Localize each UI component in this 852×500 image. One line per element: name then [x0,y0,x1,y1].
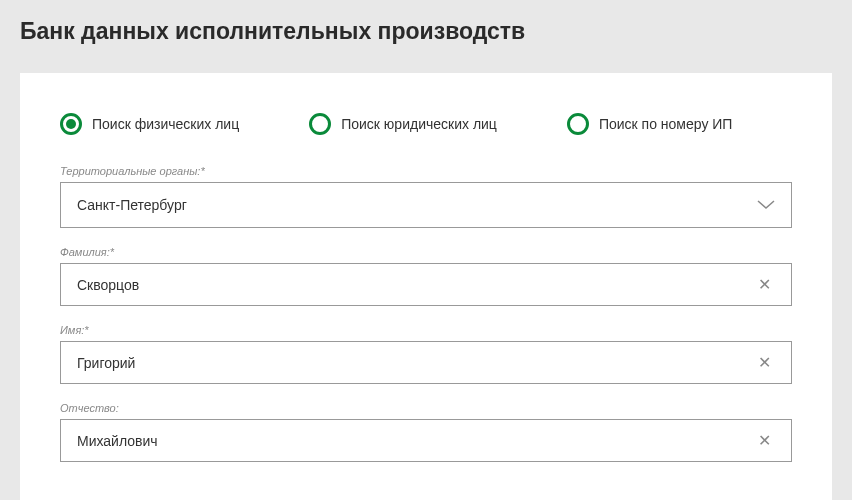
close-icon: ✕ [758,432,771,449]
territory-field-group: Территориальные органы:* Санкт-Петербург [60,165,792,228]
territory-value: Санкт-Петербург [77,197,187,213]
patronymic-field-group: Отчество: ✕ [60,402,792,462]
radio-icon [309,113,331,135]
radio-label: Поиск физических лиц [92,116,239,132]
radio-individuals[interactable]: Поиск физических лиц [60,113,239,135]
patronymic-field-wrapper: ✕ [60,419,792,462]
radio-label: Поиск по номеру ИП [599,116,733,132]
search-type-radio-group: Поиск физических лиц Поиск юридических л… [60,113,792,135]
territory-select[interactable]: Санкт-Петербург [60,182,792,228]
radio-by-ip-number[interactable]: Поиск по номеру ИП [567,113,733,135]
page-title: Банк данных исполнительных производств [20,18,832,45]
name-field-wrapper: ✕ [60,341,792,384]
search-form: Поиск физических лиц Поиск юридических л… [20,73,832,500]
chevron-down-icon [757,200,775,210]
name-field-group: Имя:* ✕ [60,324,792,384]
name-label: Имя:* [60,324,792,336]
patronymic-label: Отчество: [60,402,792,414]
page-header: Банк данных исполнительных производств [0,0,852,73]
surname-input[interactable] [77,277,754,293]
name-input[interactable] [77,355,754,371]
surname-field-group: Фамилия:* ✕ [60,246,792,306]
close-icon: ✕ [758,354,771,371]
patronymic-input[interactable] [77,433,754,449]
surname-label: Фамилия:* [60,246,792,258]
radio-legal-entities[interactable]: Поиск юридических лиц [309,113,497,135]
radio-label: Поиск юридических лиц [341,116,497,132]
clear-surname-button[interactable]: ✕ [754,275,775,294]
clear-name-button[interactable]: ✕ [754,353,775,372]
radio-icon [60,113,82,135]
surname-field-wrapper: ✕ [60,263,792,306]
territory-label: Территориальные органы:* [60,165,792,177]
clear-patronymic-button[interactable]: ✕ [754,431,775,450]
close-icon: ✕ [758,276,771,293]
radio-icon [567,113,589,135]
